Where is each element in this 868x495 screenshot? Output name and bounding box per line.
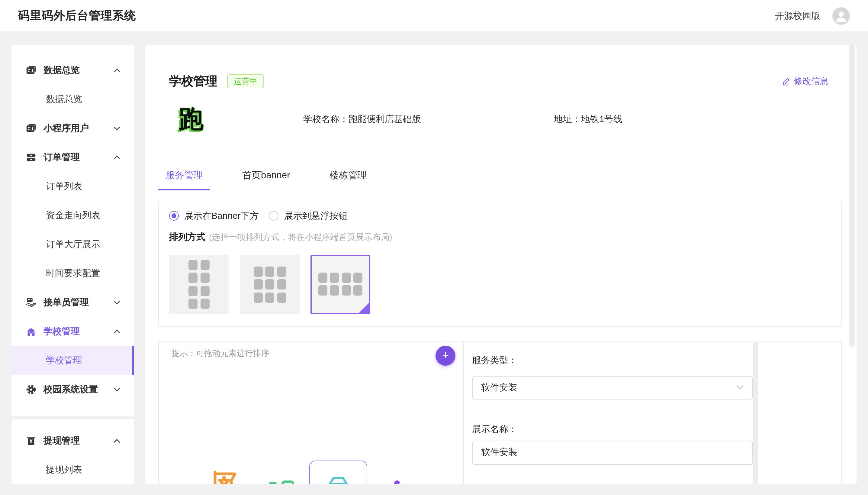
arrangement-row: 排列方式 (选择一项排列方式，将在小程序端首页展示布局) bbox=[169, 231, 829, 243]
edit-info-label: 修改信息 bbox=[794, 75, 829, 87]
scooter-icon[interactable] bbox=[265, 475, 297, 484]
chevron-up-icon bbox=[113, 155, 120, 159]
drag-hint: 提示：可拖动元素进行排序 bbox=[172, 348, 269, 359]
sidebar-item-label: 数据总览 bbox=[43, 64, 80, 76]
display-position-radios: 展示在Banner下方 展示到悬浮按钮 bbox=[169, 210, 829, 222]
school-icon bbox=[25, 325, 37, 337]
user-avatar[interactable] bbox=[832, 7, 850, 24]
data-overview-icon bbox=[25, 64, 37, 76]
layout-option-4x2[interactable] bbox=[311, 255, 370, 314]
sidebar: 数据总览 数据总览 小程序用户 订单管理 bbox=[12, 45, 134, 484]
service-type-label: 服务类型： bbox=[472, 353, 842, 366]
sidebar-item-courier-management[interactable]: 接单员管理 bbox=[12, 288, 134, 317]
sidebar-item-school-management-group[interactable]: 学校管理 bbox=[12, 317, 134, 346]
settings-icon bbox=[25, 383, 37, 395]
school-name-field: 学校名称：跑腿便利店基础版 bbox=[303, 113, 421, 125]
sidebar-item-label: 订单列表 bbox=[46, 181, 82, 192]
add-service-button[interactable]: + bbox=[436, 345, 456, 365]
sidebar-item-data-overview-group[interactable]: 数据总览 bbox=[12, 56, 134, 85]
svg-text:¥: ¥ bbox=[30, 438, 33, 444]
sidebar-item-label: 订单管理 bbox=[43, 151, 80, 163]
school-logo: 跑 bbox=[179, 105, 210, 133]
sidebar-item-label: 提现列表 bbox=[46, 464, 82, 475]
chevron-down-icon bbox=[736, 385, 743, 390]
school-info-row: 跑 学校名称：跑腿便利店基础版 地址：地铁1号线 bbox=[179, 105, 857, 133]
display-settings-panel: 展示在Banner下方 展示到悬浮按钮 排列方式 (选择一项排列方式，将在小程序… bbox=[158, 200, 842, 327]
sidebar-item-label: 学校管理 bbox=[43, 325, 80, 337]
package-icon bbox=[326, 471, 350, 484]
sidebar-item-label: 小程序用户 bbox=[43, 122, 89, 134]
edition-label: 开源校园版 bbox=[775, 10, 820, 21]
sidebar-item-order-list[interactable]: 订单列表 bbox=[12, 172, 134, 201]
top-bar: 码里码外后台管理系统 开源校园版 bbox=[0, 0, 868, 31]
layout-grid bbox=[253, 266, 286, 303]
radio-label: 展示在Banner下方 bbox=[184, 210, 259, 222]
radio-banner-below[interactable]: 展示在Banner下方 bbox=[169, 210, 259, 222]
display-name-value: 软件安装 bbox=[481, 447, 517, 458]
service-type-value: 软件安装 bbox=[481, 382, 517, 393]
form-scrollbar[interactable] bbox=[753, 341, 758, 484]
service-form: 服务类型： 软件安装 展示名称： 软件安装 展示图标： bbox=[464, 341, 842, 484]
status-badge: 运营中 bbox=[227, 74, 264, 88]
display-name-label: 展示名称： bbox=[472, 422, 842, 436]
arrangement-note: (选择一项排列方式，将在小程序端首页展示布局) bbox=[209, 232, 392, 243]
layout-option-2x4[interactable] bbox=[169, 255, 229, 314]
layout-options bbox=[169, 255, 829, 314]
sidebar-card-main: 数据总览 数据总览 小程序用户 订单管理 bbox=[12, 45, 134, 416]
tab-service-management[interactable]: 服务管理 bbox=[158, 169, 210, 190]
chevron-up-icon bbox=[113, 439, 120, 443]
miniprogram-users-icon bbox=[25, 122, 37, 134]
withdraw-icon: ¥ bbox=[25, 435, 37, 446]
sidebar-item-label: 订单大厅展示 bbox=[46, 238, 100, 250]
service-editor-panel: 提示：可拖动元素进行排序 + bbox=[158, 341, 842, 484]
radio-icon bbox=[169, 211, 179, 221]
app-title: 码里码外后台管理系统 bbox=[18, 8, 136, 23]
sidebar-item-label: 校园系统设置 bbox=[43, 383, 98, 395]
sidebar-item-withdraw-management[interactable]: ¥ 提现管理 bbox=[12, 426, 134, 455]
tab-home-banner[interactable]: 首页banner bbox=[235, 169, 298, 190]
sidebar-item-label: 数据总览 bbox=[46, 93, 82, 105]
sidebar-item-orders-group[interactable]: 订单管理 bbox=[12, 143, 134, 172]
main-scrollbar[interactable] bbox=[849, 45, 854, 347]
radio-label: 展示到悬浮按钮 bbox=[284, 210, 348, 222]
page-header-row: 学校管理 运营中 修改信息 bbox=[169, 73, 829, 89]
sidebar-item-label: 时间要求配置 bbox=[46, 268, 100, 279]
sidebar-item-label: 资金走向列表 bbox=[46, 209, 100, 221]
service-type-select[interactable]: 软件安装 bbox=[472, 376, 752, 399]
service-drag-area: 提示：可拖动元素进行排序 + bbox=[159, 341, 464, 484]
layout-grid bbox=[189, 260, 210, 309]
chevron-down-icon bbox=[113, 387, 120, 391]
chevron-down-icon bbox=[113, 300, 120, 304]
gamepad-icon[interactable] bbox=[380, 475, 411, 484]
user-avatar-icon bbox=[832, 7, 850, 24]
selected-service-frame[interactable] bbox=[309, 460, 367, 484]
chevron-up-icon bbox=[113, 329, 120, 333]
sidebar-item-label: 接单员管理 bbox=[43, 296, 89, 308]
sidebar-item-data-overview[interactable]: 数据总览 bbox=[12, 85, 134, 114]
school-address-field: 地址：地铁1号线 bbox=[554, 113, 622, 125]
orders-icon bbox=[25, 151, 37, 163]
tab-building-management[interactable]: 楼栋管理 bbox=[322, 169, 374, 190]
sidebar-item-order-hall-display[interactable]: 订单大厅展示 bbox=[12, 230, 134, 259]
layout-option-3x3[interactable] bbox=[240, 255, 300, 314]
sidebar-card-withdraw: ¥ 提现管理 提现列表 bbox=[12, 419, 134, 484]
edit-info-link[interactable]: 修改信息 bbox=[782, 75, 829, 87]
chevron-down-icon bbox=[113, 126, 120, 130]
courier-icon bbox=[25, 296, 37, 308]
display-name-input[interactable]: 软件安装 bbox=[472, 440, 752, 464]
main-content: 学校管理 运营中 修改信息 跑 学校名称：跑腿便利店基础版 地址：地铁1号线 服… bbox=[145, 45, 857, 484]
radio-floating-button[interactable]: 展示到悬浮按钮 bbox=[269, 210, 348, 222]
flag-icon[interactable] bbox=[211, 470, 240, 484]
sidebar-item-miniprogram-users[interactable]: 小程序用户 bbox=[12, 114, 134, 143]
sidebar-item-withdraw-list[interactable]: 提现列表 bbox=[12, 455, 134, 484]
page-title: 学校管理 bbox=[169, 73, 217, 89]
pencil-icon bbox=[782, 77, 791, 86]
sidebar-item-school-management[interactable]: 学校管理 bbox=[12, 346, 134, 375]
sidebar-item-time-requirement-config[interactable]: 时间要求配置 bbox=[12, 259, 134, 288]
sidebar-item-label: 学校管理 bbox=[46, 355, 82, 366]
sidebar-item-campus-system-settings[interactable]: 校园系统设置 bbox=[12, 375, 134, 404]
tab-bar: 服务管理 首页banner 楼栋管理 bbox=[158, 169, 842, 190]
sidebar-item-funds-flow-list[interactable]: 资金走向列表 bbox=[12, 201, 134, 230]
radio-icon bbox=[269, 211, 279, 221]
layout-grid bbox=[318, 272, 363, 295]
